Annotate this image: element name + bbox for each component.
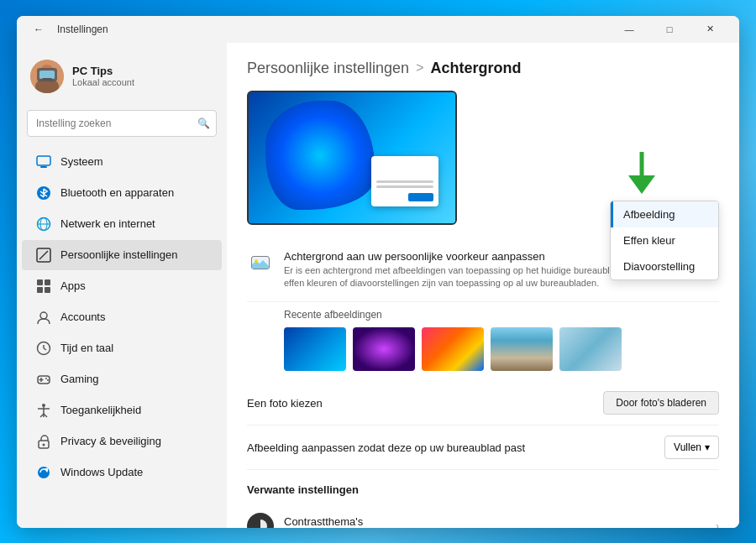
bluetooth-icon [35, 185, 52, 201]
breadcrumb: Persoonlijke instellingen > Achtergrond [247, 60, 719, 77]
sidebar-item-apps[interactable]: Apps [22, 271, 222, 301]
recent-img-5[interactable] [559, 327, 622, 371]
accounts-label: Accounts [60, 311, 105, 323]
user-info: PC Tips Lokaal account [72, 65, 134, 87]
dropdown-item-afbeelding[interactable]: Afbeelding [611, 201, 718, 227]
systeem-icon [35, 154, 52, 170]
user-profile: PC Tips Lokaal account [17, 50, 227, 103]
svg-point-28 [42, 404, 45, 407]
user-type: Lokaal account [72, 77, 134, 87]
recent-label: Recente afbeeldingen [284, 309, 719, 321]
related-item-contrastthema-s[interactable]: Contrastthema's Kleurenthema's voor slec… [247, 503, 719, 527]
dialog-line-1 [376, 180, 433, 183]
gaming-icon [35, 371, 52, 388]
svg-rect-5 [42, 78, 52, 80]
maximize-button[interactable]: □ [650, 16, 689, 43]
green-arrow-icon [628, 152, 655, 201]
preview-flower-shape [265, 101, 375, 210]
sidebar-item-systeem[interactable]: Systeem [22, 147, 222, 177]
dropdown-container: AfbeeldingEffen kleurDiavoorstelling [610, 201, 719, 280]
avatar [30, 60, 64, 93]
accounts-icon [35, 309, 52, 326]
fit-chevron-icon: ▾ [705, 441, 710, 453]
sidebar-item-tijd[interactable]: Tijd en taal [22, 333, 222, 363]
related-items-list: Contrastthema's Kleurenthema's voor slec… [247, 503, 719, 527]
sidebar-item-toegankelijkheid[interactable]: Toegankelijkheid [22, 395, 222, 426]
dialog-line-2 [376, 185, 433, 188]
recent-img-3[interactable] [422, 327, 484, 371]
window-title: Instellingen [57, 23, 610, 35]
bluetooth-label: Bluetooth en apparaten [60, 186, 174, 199]
wallpaper-preview [247, 91, 457, 225]
svg-line-14 [39, 258, 41, 259]
dropdown-item-effen-kleur[interactable]: Effen kleur [611, 227, 718, 253]
sidebar-item-update[interactable]: Windows Update [22, 457, 222, 488]
close-button[interactable]: ✕ [690, 16, 729, 43]
sidebar-item-accounts[interactable]: Accounts [22, 302, 222, 332]
recent-img-2[interactable] [353, 327, 415, 371]
update-label: Windows Update [60, 466, 143, 478]
netwerk-icon [35, 216, 52, 232]
systeem-label: Systeem [60, 155, 103, 168]
sidebar: PC Tips Lokaal account 🔍 SysteemBluetoot… [17, 43, 227, 528]
apps-label: Apps [60, 279, 86, 292]
photo-chooser-row: Een foto kiezen Door foto's bladeren [247, 381, 719, 426]
svg-marker-38 [628, 175, 655, 194]
privacy-icon [35, 433, 52, 450]
sidebar-item-gaming[interactable]: Gaming [22, 364, 222, 394]
fit-value: Vullen [674, 441, 701, 453]
browse-photos-button[interactable]: Door foto's bladeren [603, 391, 719, 415]
update-icon [35, 464, 52, 481]
svg-point-26 [45, 378, 47, 379]
svg-line-13 [41, 251, 48, 258]
svg-rect-16 [45, 279, 50, 285]
persoonlijk-label: Persoonlijke instellingen [60, 248, 177, 261]
search-box: 🔍 [27, 110, 217, 137]
sidebar-item-netwerk[interactable]: Netwerk en internet [22, 209, 222, 239]
background-type-dropdown[interactable]: AfbeeldingEffen kleurDiavoorstelling [610, 201, 719, 280]
settings-window: ← Instellingen — □ ✕ [17, 16, 739, 528]
recent-images [284, 327, 719, 371]
toegankelijkheid-icon [35, 402, 52, 419]
related-item-icon [247, 513, 274, 527]
dialog-button-shape [408, 193, 433, 201]
preview-wallpaper-bg [249, 92, 455, 223]
photo-label: Een foto kiezen [247, 397, 603, 410]
minimize-button[interactable]: — [610, 16, 648, 43]
svg-rect-4 [39, 70, 55, 79]
tijd-icon [35, 340, 52, 357]
sidebar-item-persoonlijk[interactable]: Persoonlijke instellingen [22, 240, 222, 270]
fit-row: Afbeelding aanpassen zodat deze op uw bu… [247, 426, 719, 470]
window-controls: — □ ✕ [610, 16, 729, 43]
related-item-chevron-icon: › [716, 520, 719, 527]
netwerk-label: Netwerk en internet [60, 217, 155, 230]
related-title: Verwante instellingen [247, 483, 719, 496]
related-section: Verwante instellingen Contrastthema's Kl… [247, 483, 719, 527]
recent-section: Recente afbeeldingen [247, 302, 719, 381]
search-input[interactable] [27, 110, 217, 137]
sidebar-item-privacy[interactable]: Privacy & beveiliging [22, 426, 222, 457]
gaming-label: Gaming [60, 373, 99, 385]
svg-point-19 [40, 312, 47, 319]
apps-icon [35, 278, 52, 295]
fit-select[interactable]: Vullen ▾ [664, 436, 719, 459]
content-area: PC Tips Lokaal account 🔍 SysteemBluetoot… [17, 43, 739, 528]
dropdown-items: AfbeeldingEffen kleurDiavoorstelling [611, 201, 718, 279]
dropdown-item-diavoorstelling[interactable]: Diavoorstelling [611, 253, 718, 279]
sidebar-item-bluetooth[interactable]: Bluetooth en apparaten [22, 178, 222, 208]
search-icon: 🔍 [197, 117, 210, 129]
dialog-lines [376, 180, 433, 188]
related-item-title: Contrastthema's [284, 515, 716, 528]
recent-img-4[interactable] [491, 327, 553, 371]
svg-rect-18 [45, 287, 50, 293]
svg-rect-17 [37, 287, 43, 293]
fit-label: Afbeelding aanpassen zodat deze op uw bu… [247, 441, 664, 454]
user-name: PC Tips [72, 65, 134, 77]
svg-rect-7 [40, 166, 47, 168]
nav-list: SysteemBluetooth en apparatenNetwerk en … [17, 147, 227, 488]
svg-point-27 [47, 379, 49, 381]
svg-point-41 [255, 259, 258, 263]
recent-img-1[interactable] [284, 327, 346, 371]
toegankelijkheid-label: Toegankelijkheid [60, 404, 141, 416]
back-button[interactable]: ← [27, 18, 50, 41]
